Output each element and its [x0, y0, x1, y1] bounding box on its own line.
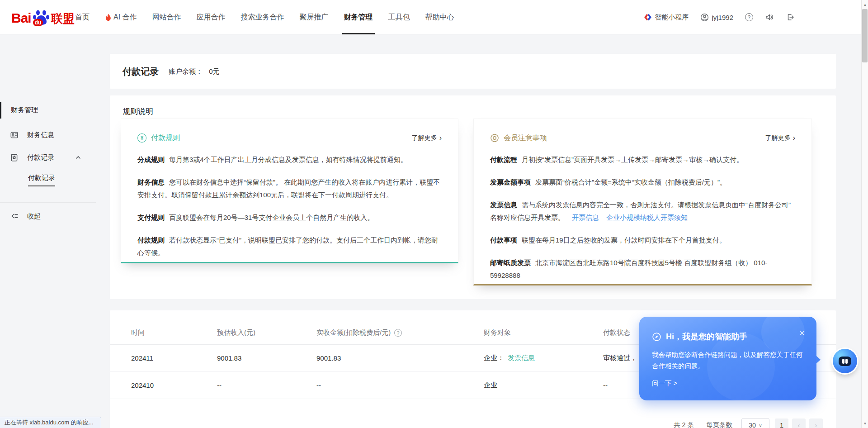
- question-glyph: ?: [397, 330, 400, 336]
- rule-item-label: 付款流程: [490, 156, 517, 163]
- chevron-down-icon: ∨: [759, 423, 762, 428]
- logout-icon[interactable]: [786, 13, 795, 22]
- rule-item-text: 每月第3或4个工作日产出上月分成信息及发票信息，如有特殊情况将提前通知。: [169, 156, 407, 163]
- scroll-up-arrow[interactable]: ▲: [862, 1, 868, 8]
- assistant-title: Hi，我是您的智能助手: [666, 331, 747, 342]
- member-notes-header: 会员注意事项 了解更多 ›: [490, 133, 795, 143]
- rule-item-text: 若付款状态显示“已支付”，说明联盟已安排了您的付款。支付后三个工作日内到帐，请您…: [137, 236, 438, 257]
- cell-finance-entity: 企业： 发票信息: [484, 345, 535, 371]
- learn-more-label: 了解更多: [765, 134, 791, 142]
- nav-label: 财务管理: [344, 13, 373, 22]
- user-account[interactable]: jyj1992: [700, 13, 733, 22]
- close-icon[interactable]: ×: [799, 328, 805, 338]
- cell-time: 202411: [131, 345, 153, 371]
- nav-item-finance[interactable]: 财务管理: [344, 0, 373, 34]
- nav-item-juping[interactable]: 聚屏推广: [300, 0, 329, 34]
- assistant-robot-button[interactable]: [833, 349, 857, 373]
- primary-nav: 首页 AI 合作 网站合作 应用合作 搜索业务合作 聚屏推广 财务管理 工具包 …: [75, 0, 454, 34]
- chevron-right-icon: ›: [439, 135, 442, 141]
- logo-text-union: 联盟: [51, 11, 75, 26]
- entity-label: 企业: [484, 381, 497, 390]
- loading-status-text: 正在等待 xlab.baidu.com 的响应...: [5, 418, 94, 427]
- chevron-up-icon[interactable]: [75, 154, 81, 161]
- mini-program-label: 智能小程序: [655, 13, 689, 22]
- logo-text-bai: Bai: [11, 10, 31, 26]
- nav-label: AI 合作: [113, 13, 137, 22]
- invoice-info-table-link[interactable]: 发票信息: [508, 354, 535, 362]
- notice-icon: [490, 133, 499, 143]
- per-page-select[interactable]: 30 ∨: [741, 418, 769, 428]
- col-header-finance-entity: 财务对象: [484, 321, 511, 344]
- account-balance: 账户余额： 0元: [169, 67, 220, 76]
- rule-item-text: 北京市海淀区西北旺东路10号院百度科技园5号楼 百度联盟财务组（收） 010-5…: [490, 259, 767, 279]
- learn-more-link[interactable]: 了解更多 ›: [412, 134, 442, 142]
- rule-item: 发票信息需与系统内发票信息内容完全一致，否则无法支付。请根据发票信息页面中“百度…: [490, 199, 795, 224]
- sidebar-collapse-button[interactable]: 收起: [0, 209, 97, 224]
- rule-item-text: 发票票面“价税合计”金额=系统中“实收金额（扣除税费后/元）”。: [535, 178, 726, 186]
- small-taxpayer-notice-link[interactable]: 企业小规模纳税人开票须知: [606, 214, 688, 221]
- sidebar: 财务管理 财务信息 付款记录: [0, 34, 110, 428]
- col-header-estimated-income: 预估收入(元): [217, 321, 255, 344]
- nav-item-ai[interactable]: AI 合作: [105, 0, 137, 34]
- nav-label: 首页: [75, 13, 90, 22]
- invoice-info-link[interactable]: 开票信息: [572, 214, 599, 221]
- cell-time: 202410: [131, 372, 154, 399]
- nav-item-home[interactable]: 首页: [75, 0, 90, 34]
- rule-item: 邮寄纸质发票北京市海淀区西北旺东路10号院百度科技园5号楼 百度联盟财务组（收）…: [490, 257, 795, 282]
- scroll-down-arrow[interactable]: ▼: [862, 420, 868, 427]
- nav-label: 工具包: [388, 13, 410, 22]
- rule-item: 发票金额事项发票票面“价税合计”金额=系统中“实收金额（扣除税费后/元）”。: [490, 176, 795, 189]
- col-header-actual-amount: 实收金额(扣除税费后/元) ?: [316, 321, 402, 344]
- next-page-button[interactable]: ›: [809, 418, 823, 428]
- vertical-scrollbar[interactable]: ▲ ▼: [861, 0, 868, 428]
- mini-program-entry[interactable]: 智能小程序: [644, 13, 689, 22]
- ask-assistant-link[interactable]: 问一下 >: [652, 379, 677, 388]
- rule-item: 付款流程月初按“发票信息”页面开具发票→上传发票→邮寄发票→审核→确认支付。: [490, 153, 795, 166]
- entity-label: 企业：: [484, 354, 504, 362]
- payment-rules-card: ¥ 付款规则 了解更多 › 分成规则每月第3或4个工作日产出上月分成信息及发票信…: [121, 119, 458, 263]
- robot-face-icon: [839, 357, 851, 366]
- payment-rules-header: ¥ 付款规则 了解更多 ›: [137, 133, 442, 143]
- learn-more-label: 了解更多: [412, 134, 437, 142]
- rule-item: 付款规则若付款状态显示“已支付”，说明联盟已安排了您的付款。支付后三个工作日内到…: [137, 234, 442, 259]
- scrollbar-thumb[interactable]: [862, 9, 868, 62]
- sidebar-section-title: 财务管理: [11, 106, 38, 114]
- page-header-card: 付款记录 账户余额： 0元: [110, 54, 836, 89]
- top-nav: Bai du 联盟 首页 AI 合作 网站合作: [0, 0, 861, 34]
- sidebar-item-payment-records[interactable]: 付款记录: [0, 149, 97, 166]
- help-glyph: ?: [748, 14, 750, 20]
- balance-label: 账户余额：: [169, 67, 203, 75]
- cell-estimated-income: 9001.83: [217, 345, 241, 371]
- nav-item-toolkit[interactable]: 工具包: [388, 0, 410, 34]
- per-page-value: 30: [749, 422, 756, 428]
- page-number-button[interactable]: 1: [775, 418, 788, 428]
- prev-page-button[interactable]: ‹: [792, 418, 806, 428]
- sidebar-item-finance-info[interactable]: 财务信息: [0, 127, 97, 143]
- nav-item-help-center[interactable]: 帮助中心: [425, 0, 454, 34]
- baidu-union-logo[interactable]: Bai du 联盟: [11, 8, 75, 26]
- chevron-right-icon: ›: [793, 135, 795, 141]
- nav-item-website[interactable]: 网站合作: [152, 0, 181, 34]
- help-icon[interactable]: ?: [745, 13, 753, 21]
- sound-icon[interactable]: [765, 13, 774, 22]
- rule-item: 分成规则每月第3或4个工作日产出上月分成信息及发票信息，如有特殊情况将提前通知。: [137, 153, 442, 166]
- per-page-label: 每页条数: [706, 421, 732, 428]
- user-icon: [700, 13, 709, 22]
- logo-text-du: du: [33, 19, 43, 26]
- question-tooltip-icon[interactable]: ?: [394, 329, 402, 337]
- rule-item-text: 百度联盟会在每月20号—31号支付企业会员上个自然月产生的收入。: [169, 214, 374, 221]
- rule-item: 支付规则百度联盟会在每月20号—31号支付企业会员上个自然月产生的收入。: [137, 211, 442, 224]
- rule-item: 财务信息您可以在财务信息中选择“保留付款”。 在此期间您产生的收入将在账户内进行…: [137, 176, 442, 201]
- nav-item-app[interactable]: 应用合作: [197, 0, 226, 34]
- nav-item-search-biz[interactable]: 搜索业务合作: [241, 0, 284, 34]
- sidebar-subitem-payment-records-active[interactable]: 付款记录: [28, 174, 55, 186]
- rule-item-label: 付款事项: [490, 236, 517, 244]
- rule-item-label: 发票金额事项: [490, 178, 531, 186]
- sidebar-item-label: 付款记录: [27, 153, 54, 162]
- nav-right-cluster: 智能小程序 jyj1992 ?: [644, 0, 795, 34]
- nav-label: 搜索业务合作: [241, 13, 284, 22]
- baidu-union-finance-page: Bai du 联盟 首页 AI 合作 网站合作: [0, 0, 868, 428]
- learn-more-link[interactable]: 了解更多 ›: [765, 134, 795, 142]
- cell-estimated-income: --: [217, 372, 222, 399]
- rule-item-label: 邮寄纸质发票: [490, 259, 531, 266]
